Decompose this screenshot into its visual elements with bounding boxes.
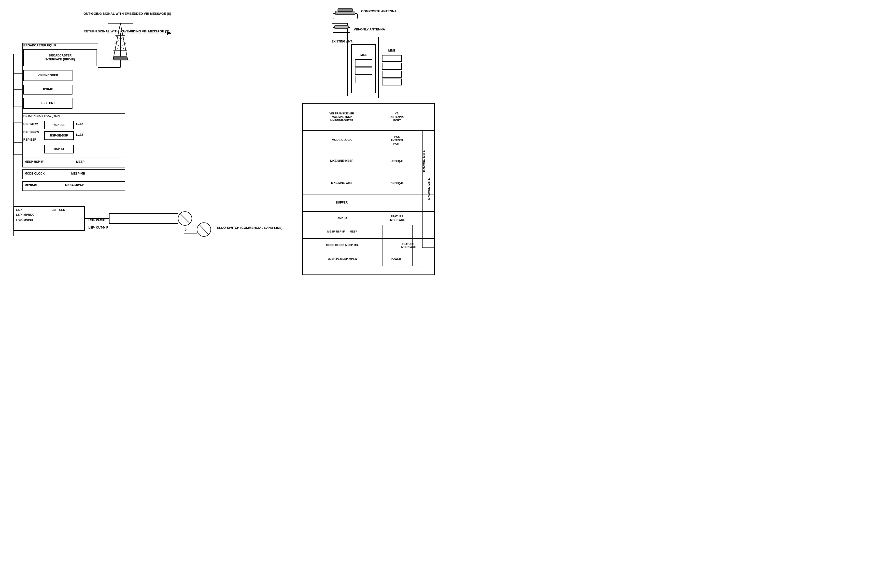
tower-icon: [108, 21, 133, 65]
rsp-sesw-label: RSP-SESW: [23, 130, 39, 134]
mne-unit-label: MNE: [382, 49, 402, 53]
mxe-mne-imsfl-vertical: MXE/MNE IMSFL: [427, 178, 430, 200]
mxe-unit-label: MXE: [355, 53, 372, 57]
rsp-mirm-label: RSP-MIRM: [23, 122, 38, 126]
vbi-only-antenna-label: VBI-ONLY ANTENNA: [354, 27, 385, 31]
rsp-if-label: RSP-IF: [43, 88, 53, 92]
mode-clock-mesp-mb-label: MODE CLOCK MESP MB.: [326, 243, 358, 247]
ls-if-prt-box: LS-IF-PRT: [23, 98, 72, 109]
vbi-transceiver-label: VBI TRANSCEIVER MXE/MNE-INSP MXE/MNE-OUT…: [329, 112, 354, 122]
mesp-mb-label: MESP-MB: [71, 172, 85, 175]
mxe-mne-imsfl-container: MXE/MNE IMSFL: [422, 130, 435, 248]
lsp-lines: [85, 206, 203, 236]
mesp-label: MESP: [76, 160, 84, 164]
rsp-fep-box: RSP-FEP: [44, 121, 74, 129]
svg-line-26: [113, 23, 120, 60]
svg-rect-49: [335, 26, 348, 28]
rsp-io-box: RSP-IO: [44, 145, 74, 153]
mode-clock-inner: MODE CLOCK: [24, 172, 45, 175]
mne-unit-box: MNE: [378, 37, 405, 98]
vbi-encoder-box: VBI ENCODER: [23, 70, 72, 81]
mxe-mne-cms-label: MXE/MNE-CMS: [331, 181, 353, 185]
composite-antenna-icon: [332, 8, 359, 21]
buffer-label: BUFFER: [336, 201, 348, 205]
lsp-mschl-label: LSP- MSCHL: [16, 219, 34, 222]
feature-interface-span-text: FEATURE INTERFACE: [400, 243, 416, 249]
rsp-if-box: RSP-IF: [23, 85, 72, 94]
composite-antenna-label: COMPOSITE ANTENNA: [361, 9, 397, 13]
mesp-r-label: MESP: [350, 230, 357, 233]
feature-interface-span: FEATURE INTERFACE: [394, 225, 422, 266]
upseq-if-label: UPSEQ-IF: [391, 159, 403, 163]
mesp-pl-mesp-mpsw-label: MESP-PL MESP-MPSW: [328, 257, 357, 261]
lsp-clk-label: LSP- CLK: [52, 208, 65, 212]
mxe-mne-mesp-label: MXE/MNE-MESP: [330, 159, 353, 163]
rsp-se-dsp-label: RSP-SE-DSP: [50, 134, 68, 138]
return-sig-proc-label: RETURN SIG PROC (RSP): [23, 114, 60, 118]
rsp-fep-range-label: 1...12: [76, 122, 83, 126]
svg-line-27: [120, 23, 128, 60]
rsp-esr-label: RSP-ESR: [23, 138, 36, 141]
rsp-se-dsp-box: RSP-SE-DSP: [44, 131, 74, 140]
vbi-antenna-icon: [332, 24, 351, 34]
pcs-antenna-port-label: PCS ANTENNA PORT: [390, 135, 404, 146]
return-sig-proc-box: [22, 113, 125, 162]
svg-rect-47: [338, 9, 353, 12]
mode-clock-r-label: MODE CLOCK: [332, 138, 352, 142]
vbi-antenna-port-label: VBI ANTENNA PORT: [390, 112, 404, 122]
mesp-rsp-if-inner: MESP-RSP-IF: [24, 160, 44, 164]
broadcaster-interface-label: BROADCASTER INTERFACE (BRD-IF): [45, 54, 75, 62]
rsp-io-r-label: RSP-IO: [337, 216, 347, 220]
dnseq-if-label: DNSEQ-IF: [391, 182, 404, 185]
broadcaster-equip-label: BROADCASTER EQUIP.: [23, 44, 57, 47]
rsp-fep-label: RSP-FEP: [53, 123, 65, 127]
diagram: OUT-GOING SIGNAL WITH EMBEDDED VBI MESSA…: [0, 0, 438, 294]
existing-ant-label: EXISTING ANT.: [332, 40, 353, 43]
telco-label: TELCO-SWITCH (COMMERCIAL LAND-LINE): [215, 226, 282, 230]
lsp-mproc-label: LSP- MPROC: [16, 213, 35, 216]
mxe-unit-box: MXE: [351, 44, 376, 93]
svg-marker-36: [113, 57, 128, 60]
mesp-rsp-if-r-label: MESP-RSP-IF: [328, 230, 345, 233]
feature-interface-label: FEATURE INTERFACE: [389, 214, 404, 222]
mesp-mpsw-label: MESP-MPSW: [65, 184, 84, 187]
rsp-se-dsp-range-label: 1...32: [76, 133, 83, 136]
outgoing-signal-label: OUT-GOING SIGNAL WITH EMBEDDED VBI MESSA…: [84, 12, 171, 15]
ls-if-prt-label: LS-IF-PRT: [41, 101, 55, 105]
vbi-encoder-label: VBI ENCODER: [38, 74, 58, 78]
broadcaster-interface-box: BROADCASTER INTERFACE (BRD-IF): [23, 49, 97, 66]
rsp-io-label: RSP-IO: [54, 147, 64, 151]
lsp-label: LSP: [16, 208, 22, 212]
mesp-pl-label: MESP-PL: [24, 184, 38, 187]
